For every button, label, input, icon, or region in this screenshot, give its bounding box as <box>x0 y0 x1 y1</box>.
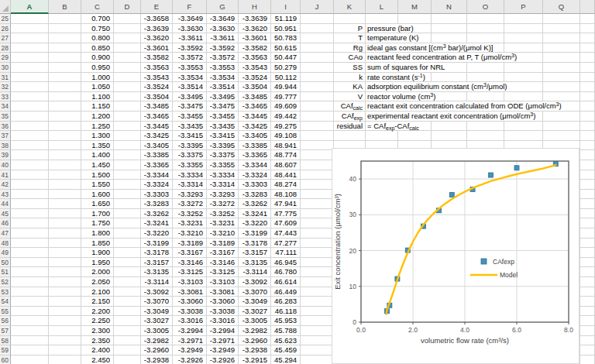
cell[interactable]: -3.3231 <box>173 218 207 228</box>
cell[interactable] <box>49 73 81 83</box>
cell[interactable] <box>114 209 141 219</box>
cell[interactable]: -3.3293 <box>173 190 207 200</box>
cell[interactable] <box>114 248 141 258</box>
cell[interactable]: -3.3543 <box>141 73 173 83</box>
cell[interactable]: -3.3495 <box>173 92 207 102</box>
cell[interactable]: 2.300 <box>81 326 114 336</box>
cell[interactable] <box>11 33 49 43</box>
cell[interactable]: 1.900 <box>81 248 114 258</box>
cell[interactable]: -3.3630 <box>207 24 239 34</box>
cell[interactable]: 1.100 <box>81 92 114 102</box>
cell-description[interactable]: ideal gas constant [(cm3 bar)/(μmol K)] <box>366 43 398 53</box>
row-header[interactable]: 56 <box>0 316 11 326</box>
cell[interactable] <box>49 199 81 209</box>
cell[interactable] <box>301 345 334 355</box>
cell[interactable] <box>580 258 595 268</box>
cell[interactable] <box>114 190 141 200</box>
cell[interactable]: -3.3543 <box>239 63 271 73</box>
cell[interactable] <box>11 297 49 307</box>
row-header[interactable]: 50 <box>0 258 11 268</box>
cell[interactable] <box>114 239 141 249</box>
cell[interactable] <box>11 326 49 336</box>
cell[interactable]: -3.2994 <box>207 326 239 336</box>
cell[interactable] <box>114 258 141 268</box>
cell[interactable]: 46.283 <box>271 297 301 307</box>
cell[interactable] <box>580 112 595 122</box>
cell[interactable] <box>580 316 595 326</box>
cell[interactable] <box>580 199 595 209</box>
cell[interactable]: -3.3415 <box>207 131 239 141</box>
column-header-A[interactable]: A <box>11 0 49 14</box>
cell[interactable]: -3.3125 <box>207 267 239 277</box>
cell[interactable] <box>580 287 595 297</box>
cell[interactable] <box>114 131 141 141</box>
cell[interactable]: -3.3405 <box>239 131 271 141</box>
cell[interactable] <box>580 209 595 219</box>
cell[interactable]: -3.3334 <box>207 170 239 180</box>
cell[interactable] <box>11 63 49 73</box>
cell[interactable]: 0.950 <box>81 63 114 73</box>
cell[interactable] <box>49 355 81 364</box>
cell[interactable] <box>49 267 81 277</box>
row-header[interactable]: 55 <box>0 307 11 317</box>
cell[interactable]: -3.3504 <box>239 82 271 92</box>
cell[interactable]: -3.3092 <box>239 277 271 287</box>
cell[interactable] <box>49 160 81 170</box>
cell-description[interactable]: reactor volume (cm3) <box>366 92 398 102</box>
cell[interactable] <box>11 131 49 141</box>
cell[interactable] <box>580 228 595 239</box>
cell[interactable] <box>467 122 504 132</box>
cell[interactable] <box>49 336 81 346</box>
cell[interactable]: -3.3601 <box>239 33 271 43</box>
column-header-E[interactable]: E <box>141 0 173 14</box>
cell[interactable] <box>49 24 81 34</box>
cell[interactable]: -3.3272 <box>173 199 207 209</box>
cell[interactable] <box>543 24 580 34</box>
cell[interactable] <box>467 24 504 34</box>
cell[interactable]: -3.3167 <box>207 248 239 258</box>
cell[interactable]: -3.3582 <box>141 53 173 63</box>
cell[interactable]: -3.3405 <box>141 141 173 151</box>
cell[interactable] <box>432 33 467 43</box>
cell[interactable]: -3.3425 <box>141 131 173 141</box>
cell-description[interactable]: adsorption equilibrium constant (cm3/μmo… <box>366 82 398 92</box>
cell[interactable]: 46.614 <box>271 277 301 287</box>
cell[interactable] <box>580 141 595 151</box>
cell[interactable] <box>543 14 580 24</box>
cell[interactable]: 48.607 <box>271 160 301 170</box>
embedded-chart[interactable]: 0.02.04.06.08.0010203040CAfexpModelvolum… <box>332 148 580 364</box>
cell[interactable] <box>114 82 141 92</box>
cell[interactable] <box>504 24 543 34</box>
cell[interactable]: -3.3199 <box>141 239 173 249</box>
cell[interactable]: -3.3620 <box>141 33 173 43</box>
column-header-J[interactable]: J <box>301 0 334 14</box>
cell-description[interactable]: rate constant (s-1) <box>366 73 398 83</box>
cell[interactable] <box>49 297 81 307</box>
cell[interactable]: -3.3303 <box>141 190 173 200</box>
cell[interactable]: -3.3220 <box>239 218 271 228</box>
cell[interactable]: -3.3592 <box>173 43 207 53</box>
cell[interactable]: -3.3592 <box>207 43 239 53</box>
cell[interactable]: -3.3385 <box>141 150 173 160</box>
cell[interactable]: -3.3027 <box>239 307 271 317</box>
cell[interactable]: 48.108 <box>271 190 301 200</box>
cell-description[interactable]: experimental reactant exit concentration… <box>366 112 398 122</box>
cell-description[interactable]: pressure (bar) <box>366 24 398 34</box>
cell[interactable]: -3.3210 <box>207 228 239 239</box>
cell[interactable] <box>543 82 580 92</box>
column-header-L[interactable]: L <box>366 0 398 14</box>
cell[interactable] <box>49 14 81 24</box>
cell[interactable]: -3.3081 <box>173 287 207 297</box>
cell[interactable]: -3.3534 <box>173 73 207 83</box>
cell[interactable]: 49.609 <box>271 101 301 112</box>
cell[interactable] <box>504 73 543 83</box>
cell[interactable] <box>467 33 504 43</box>
cell[interactable] <box>114 141 141 151</box>
cell[interactable] <box>580 239 595 249</box>
cell[interactable]: -3.2982 <box>141 336 173 346</box>
cell[interactable]: -3.3283 <box>141 199 173 209</box>
row-header[interactable]: 60 <box>0 355 11 364</box>
cell[interactable] <box>301 307 334 317</box>
cell[interactable]: -3.3365 <box>239 150 271 160</box>
cell[interactable] <box>301 170 334 180</box>
